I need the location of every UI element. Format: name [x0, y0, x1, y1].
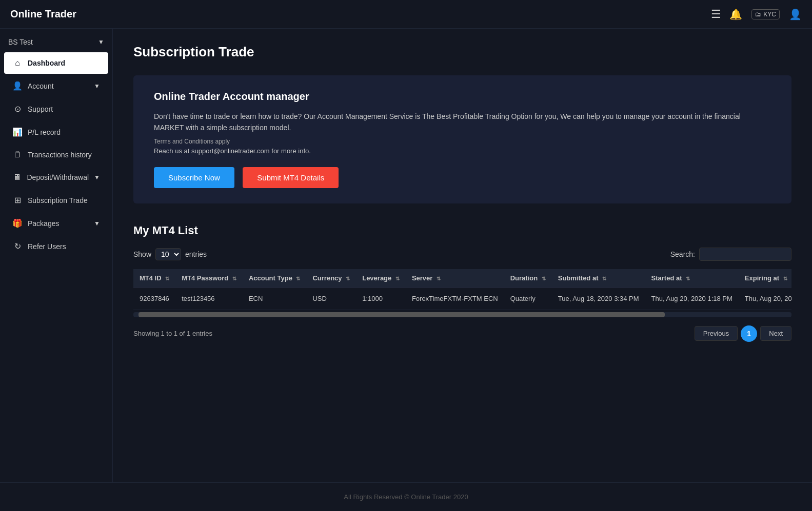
- table-cell: 1:1000: [356, 287, 406, 310]
- table-cell: Quaterly: [504, 287, 552, 310]
- sidebar-item-subscription[interactable]: ⊞ Subscription Trade: [4, 189, 108, 211]
- refer-icon: ↻: [12, 241, 23, 251]
- sidebar-item-label: Refer Users: [28, 242, 66, 251]
- sort-icon: ⇅: [232, 276, 236, 281]
- subscribe-now-button[interactable]: Subscribe Now: [154, 167, 234, 188]
- table-cell: 92637846: [133, 287, 175, 310]
- table-cell: USD: [306, 287, 356, 310]
- deposit-icon: 🖥: [12, 173, 22, 182]
- page-1-button[interactable]: 1: [741, 325, 757, 342]
- table-cell: ForexTimeFXTM-FXTM ECN: [406, 287, 504, 310]
- next-button[interactable]: Next: [760, 326, 791, 341]
- user-profile-icon[interactable]: 👤: [789, 8, 802, 21]
- support-icon: ⊙: [12, 104, 23, 114]
- info-card-contact: Reach us at support@onlinetrader.com for…: [154, 147, 771, 155]
- col-duration[interactable]: Duration ⇅: [504, 269, 552, 288]
- search-label: Search:: [670, 250, 695, 258]
- sort-icon: ⇅: [686, 276, 690, 281]
- kyc-stack-icon: 🗂: [755, 11, 761, 18]
- show-entries: Show 10 25 50 entries: [133, 248, 207, 260]
- sidebar-item-label: Packages: [28, 219, 59, 228]
- entries-label: entries: [185, 250, 207, 258]
- col-server[interactable]: Server ⇅: [406, 269, 504, 288]
- subscription-icon: ⊞: [12, 195, 23, 205]
- sidebar-user-arrow: ▼: [98, 38, 104, 46]
- sidebar-item-refer[interactable]: ↻ Refer Users: [4, 235, 108, 257]
- sort-icon: ⇅: [602, 276, 606, 281]
- account-arrow-icon: ▼: [94, 83, 100, 90]
- sort-icon: ⇅: [296, 276, 300, 281]
- home-icon: ⌂: [12, 58, 23, 68]
- sidebar-item-deposit[interactable]: 🖥 Deposit/Withdrawal ▼: [4, 167, 108, 188]
- col-account-type[interactable]: Account Type ⇅: [243, 269, 307, 288]
- sidebar-item-label: Subscription Trade: [28, 196, 88, 205]
- info-card-terms: Terms and Conditions apply: [154, 138, 771, 145]
- footer: All Rights Reserved © Online Trader 2020: [0, 482, 812, 511]
- info-card-title: Online Trader Account manager: [154, 91, 771, 103]
- pagination-row: Showing 1 to 1 of 1 entries Previous 1 N…: [133, 325, 791, 342]
- horizontal-scrollbar[interactable]: [133, 312, 791, 317]
- sort-icon: ⇅: [165, 276, 169, 281]
- col-mt4-password[interactable]: MT4 Password ⇅: [175, 269, 243, 288]
- sidebar-user[interactable]: BS Test ▼: [0, 33, 112, 51]
- sidebar-item-label: Account: [28, 82, 54, 90]
- col-submitted-at[interactable]: Submitted at ⇅: [552, 269, 645, 288]
- sort-icon: ⇅: [437, 276, 441, 281]
- main-content: Subscription Trade Online Trader Account…: [113, 29, 812, 482]
- col-mt4-id[interactable]: MT4 ID ⇅: [133, 269, 175, 288]
- sort-icon: ⇅: [346, 276, 350, 281]
- search-input[interactable]: [699, 248, 791, 261]
- search-box: Search:: [670, 248, 791, 261]
- page-title: Subscription Trade: [133, 44, 791, 60]
- sidebar-item-packages[interactable]: 🎁 Packages ▼: [4, 212, 108, 234]
- mt4-table: MT4 ID ⇅ MT4 Password ⇅ Account Type ⇅ C…: [133, 269, 791, 310]
- col-currency[interactable]: Currency ⇅: [306, 269, 356, 288]
- table-cell: Thu, Aug 20, 2020 1:18 PM: [645, 287, 739, 310]
- sidebar-item-label: P/L record: [28, 128, 61, 136]
- kyc-label: KYC: [763, 11, 776, 18]
- sidebar-item-label: Dashboard: [28, 59, 65, 67]
- sidebar-username: BS Test: [8, 38, 33, 46]
- previous-button[interactable]: Previous: [695, 326, 738, 341]
- notification-icon[interactable]: 🔔: [729, 8, 742, 21]
- sidebar-item-label: Transactions history: [28, 151, 92, 159]
- layout: BS Test ▼ ⌂ Dashboard 👤 Account ▼ ⊙ Supp…: [0, 29, 812, 482]
- sidebar-item-support[interactable]: ⊙ Support: [4, 98, 108, 120]
- scrollbar-thumb: [138, 312, 665, 317]
- table-cell: Tue, Aug 18, 2020 3:34 PM: [552, 287, 645, 310]
- mt4-table-wrapper: MT4 ID ⇅ MT4 Password ⇅ Account Type ⇅ C…: [133, 269, 791, 317]
- show-label: Show: [133, 250, 151, 258]
- showing-text: Showing 1 to 1 of 1 entries: [133, 330, 212, 337]
- kyc-badge[interactable]: 🗂 KYC: [751, 9, 780, 19]
- transactions-icon: 🗒: [12, 150, 23, 159]
- sidebar-item-label: Support: [28, 105, 53, 113]
- hamburger-menu[interactable]: ☰: [711, 8, 721, 21]
- deposit-arrow-icon: ▼: [94, 174, 100, 181]
- sort-icon: ⇅: [783, 276, 787, 281]
- info-card-description: Don't have time to trade or learn how to…: [154, 111, 771, 134]
- footer-text: All Rights Reserved © Online Trader 2020: [344, 493, 468, 501]
- info-card: Online Trader Account manager Don't have…: [133, 75, 791, 203]
- topnav-icons: 🔔 🗂 KYC 👤: [729, 8, 802, 21]
- table-cell: test123456: [175, 287, 243, 310]
- pagination: Previous 1 Next: [695, 325, 791, 342]
- sidebar-item-dashboard[interactable]: ⌂ Dashboard: [4, 52, 108, 74]
- col-expiring-at[interactable]: Expiring at ⇅: [739, 269, 791, 288]
- sidebar-item-pl-record[interactable]: 📊 P/L record: [4, 121, 108, 143]
- sort-icon: ⇅: [542, 276, 546, 281]
- topnav: Online Trader ☰ 🔔 🗂 KYC 👤: [0, 0, 812, 29]
- col-leverage[interactable]: Leverage ⇅: [356, 269, 406, 288]
- table-cell: Thu, Aug 20, 2020 1:18 PM: [739, 287, 791, 310]
- entries-select[interactable]: 10 25 50: [155, 248, 181, 260]
- sidebar-item-account[interactable]: 👤 Account ▼: [4, 75, 108, 97]
- sidebar-item-label: Deposit/Withdrawal: [27, 173, 89, 181]
- sidebar: BS Test ▼ ⌂ Dashboard 👤 Account ▼ ⊙ Supp…: [0, 29, 113, 482]
- submit-mt4-button[interactable]: Submit MT4 Details: [243, 167, 339, 188]
- table-cell: ECN: [243, 287, 307, 310]
- col-started-at[interactable]: Started at ⇅: [645, 269, 739, 288]
- packages-arrow-icon: ▼: [94, 220, 100, 227]
- sort-icon: ⇅: [395, 276, 400, 281]
- pl-icon: 📊: [12, 127, 23, 137]
- sidebar-item-transactions[interactable]: 🗒 Transactions history: [4, 144, 108, 166]
- table-controls: Show 10 25 50 entries Search:: [133, 248, 791, 261]
